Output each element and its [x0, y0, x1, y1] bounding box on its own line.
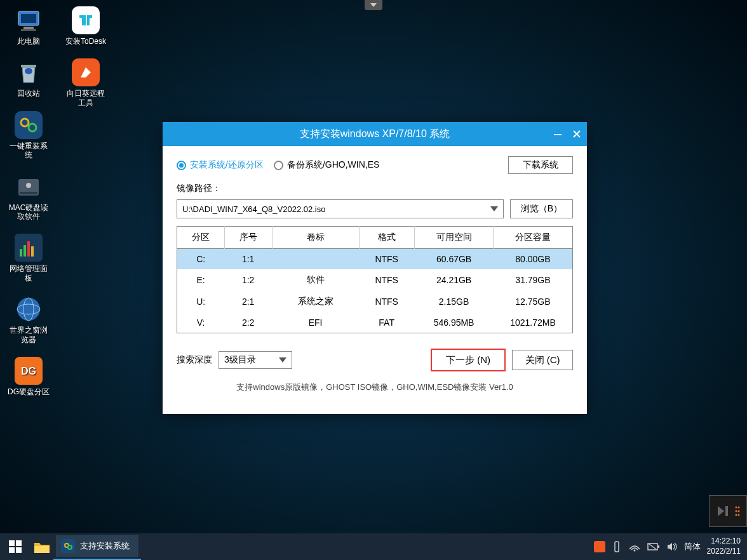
cell-free: 60.67GB	[414, 249, 494, 270]
svg-point-15	[17, 298, 40, 321]
network-panel-icon	[17, 236, 40, 259]
tray-app-icon[interactable]	[594, 541, 605, 552]
radio-backup-label: 备份系统/GHO,WIN,ES	[287, 159, 379, 171]
start-button[interactable]	[0, 533, 30, 560]
svg-rect-33	[615, 542, 619, 552]
cell-format: FAT	[359, 312, 414, 333]
svg-rect-14	[31, 246, 34, 257]
battery-icon[interactable]	[647, 542, 660, 551]
table-row[interactable]: V: 2:2 EFI FAT 546.95MB 1021.72MB	[177, 312, 573, 333]
image-path-label: 镜像路径：	[177, 183, 573, 194]
system-tray: 简体 14:22:10 2022/2/11	[594, 537, 747, 556]
svg-rect-2	[24, 27, 34, 29]
close-window-button[interactable]: 关闭 (C)	[512, 350, 573, 370]
svg-rect-29	[16, 547, 22, 553]
browse-button[interactable]: 浏览（B）	[510, 199, 573, 218]
bottom-row: 搜索深度 3级目录 下一步 (N) 关闭 (C)	[177, 349, 573, 371]
icon-label: DG硬盘分区	[8, 387, 50, 396]
file-explorer-taskbar[interactable]	[30, 533, 53, 560]
icon-label: 此电脑	[17, 37, 40, 46]
sunflower-logo-icon	[74, 61, 97, 84]
onekey-reinstall-icon[interactable]: 一键重装系统	[6, 111, 51, 160]
this-pc-icon[interactable]: 此电脑	[6, 6, 51, 46]
svg-rect-4	[21, 65, 36, 67]
titlebar-controls	[553, 122, 582, 146]
window-content: 安装系统/还原分区 备份系统/GHO,WIN,ES 下载系统 镜像路径： U:\…	[163, 146, 587, 399]
svg-text:DG: DG	[21, 366, 36, 377]
sunflower-icon[interactable]: 向日葵远程工具	[64, 58, 108, 107]
minimize-icon	[553, 130, 562, 138]
image-path-dropdown[interactable]: U:\DADI_WIN7_X64_Q8_V2022.02.iso	[177, 199, 504, 218]
computer-icon	[15, 6, 43, 34]
icon-label: 回收站	[17, 89, 40, 98]
svg-point-7	[29, 124, 36, 131]
download-system-button[interactable]: 下载系统	[508, 156, 573, 174]
svg-point-5	[25, 68, 32, 74]
icon-label: 网络管理面板	[6, 264, 51, 283]
radio-backup[interactable]: 备份系统/GHO,WIN,ES	[274, 159, 379, 171]
cell-label: 系统之家	[272, 291, 359, 312]
gears-icon	[63, 541, 73, 551]
svg-rect-26	[9, 540, 15, 546]
search-depth-select[interactable]: 3级目录	[219, 351, 292, 369]
mac-disk-icon[interactable]: MAC硬盘读取软件	[6, 173, 51, 222]
svg-point-25	[738, 514, 740, 516]
cell-format: NTFS	[359, 249, 414, 270]
minimize-button[interactable]	[553, 129, 563, 139]
svg-rect-10	[20, 192, 37, 194]
ime-indicator[interactable]: 简体	[684, 541, 701, 552]
running-app-taskbar[interactable]: 支持安装系统	[53, 533, 141, 560]
col-capacity: 分区容量	[494, 227, 573, 249]
svg-point-32	[68, 545, 72, 549]
next-button[interactable]: 下一步 (N)	[431, 349, 506, 371]
svg-rect-19	[554, 134, 562, 135]
globe-icon	[15, 295, 43, 323]
table-row[interactable]: C: 1:1 NTFS 60.67GB 80.00GB	[177, 249, 573, 270]
top-pulldown-tab[interactable]	[365, 0, 382, 10]
col-free: 可用空间	[414, 227, 494, 249]
mode-radio-row: 安装系统/还原分区 备份系统/GHO,WIN,ES 下载系统	[177, 156, 573, 174]
clock[interactable]: 14:22:10 2022/2/11	[707, 537, 741, 556]
volume-icon[interactable]	[666, 542, 678, 552]
svg-rect-27	[16, 540, 22, 546]
browser-icon[interactable]: 世界之窗浏览器	[6, 295, 51, 344]
usb-icon[interactable]	[612, 540, 622, 553]
cell-index: 1:1	[224, 249, 272, 270]
cell-index: 1:2	[224, 269, 272, 291]
col-format: 格式	[359, 227, 414, 249]
cell-partition: V:	[177, 312, 225, 333]
svg-point-21	[736, 510, 737, 512]
image-path-value: U:\DADI_WIN7_X64_Q8_V2022.02.iso	[182, 204, 325, 214]
svg-point-9	[26, 183, 31, 188]
svg-point-6	[21, 119, 29, 126]
svg-rect-30	[34, 546, 50, 553]
cell-index: 2:2	[224, 312, 272, 333]
svg-rect-13	[27, 241, 30, 257]
todesk-icon[interactable]: 安装ToDesk	[64, 6, 108, 46]
recycle-bin-icon[interactable]: 回收站	[6, 58, 51, 98]
svg-rect-36	[658, 545, 659, 548]
chevron-down-icon	[490, 206, 498, 211]
cell-label: EFI	[272, 312, 359, 333]
folder-icon	[33, 539, 51, 554]
desktop-icons-area: 此电脑 回收站 一键重装系统 MAC硬盘读取软件 网络管理面板 世界之窗浏览器	[6, 6, 108, 396]
netmgr-icon[interactable]: 网络管理面板	[6, 234, 51, 283]
svg-point-22	[736, 514, 737, 516]
taskbar: 支持安装系统 简体 14:22:10 2022/2/11	[0, 533, 747, 560]
dg-partition-icon[interactable]: DG DG硬盘分区	[6, 357, 51, 396]
col-index: 序号	[224, 227, 272, 249]
cell-partition: C:	[177, 249, 225, 270]
radio-install-label: 安装系统/还原分区	[190, 159, 264, 171]
radio-install[interactable]: 安装系统/还原分区	[177, 159, 264, 171]
titlebar[interactable]: 支持安装windows XP/7/8/10 系统	[163, 122, 587, 146]
radio-circle-icon	[274, 161, 283, 170]
svg-point-24	[738, 510, 740, 512]
wifi-icon[interactable]	[628, 542, 641, 552]
float-widget[interactable]	[709, 495, 747, 527]
cell-free: 24.21GB	[414, 269, 494, 291]
close-button[interactable]	[572, 129, 582, 139]
table-row[interactable]: U: 2:1 系统之家 NTFS 2.15GB 12.75GB	[177, 291, 573, 312]
dg-icon: DG	[17, 359, 40, 382]
table-row[interactable]: E: 1:2 软件 NTFS 24.21GB 31.79GB	[177, 269, 573, 291]
trash-icon	[15, 58, 43, 86]
